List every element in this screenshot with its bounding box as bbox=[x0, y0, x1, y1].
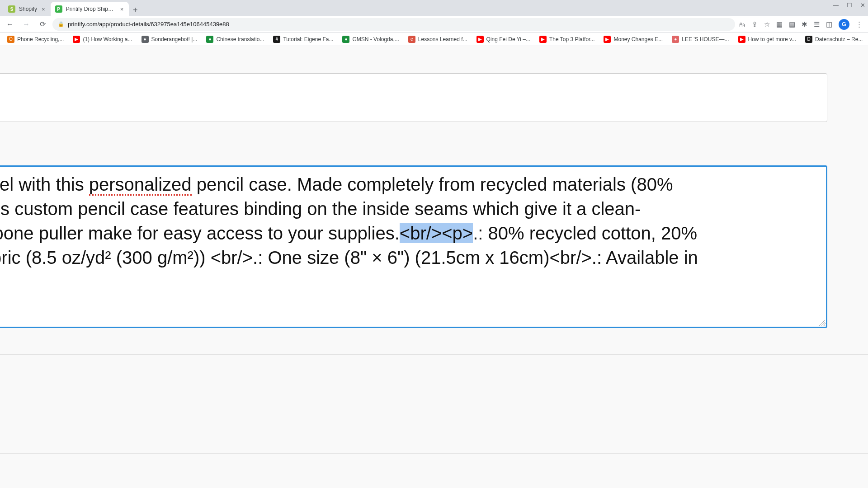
nav-back[interactable]: ← bbox=[4, 18, 16, 31]
section-divider bbox=[0, 453, 868, 454]
bookmark-label: Money Changes E... bbox=[613, 36, 663, 42]
bookmark-item[interactable]: DDatenschutz – Re... bbox=[802, 34, 866, 45]
description-text: um-heavy fabric (8.5 oz/yd² (300 g/m²)) … bbox=[0, 248, 698, 267]
share-icon[interactable]: ⇪ bbox=[752, 20, 758, 28]
bookmark-favicon: # bbox=[273, 36, 280, 43]
tab-close[interactable]: × bbox=[41, 6, 46, 13]
bookmark-label: (1) How Working a... bbox=[83, 36, 132, 42]
extensions-icon[interactable]: ✱ bbox=[802, 20, 807, 28]
bookmark-label: Qing Fei De Yi –... bbox=[486, 36, 530, 42]
bookmark-label: Tutorial: Eigene Fa... bbox=[283, 36, 333, 42]
product-title-input[interactable] bbox=[0, 73, 827, 122]
browser-chrome: — ☐ ✕ S Shopify × P Printify Drop Shippi… bbox=[0, 0, 868, 46]
tab-printify[interactable]: P Printify Drop Shipping Print o × bbox=[51, 2, 129, 16]
bookmark-item[interactable]: ●Chinese translatio... bbox=[203, 34, 268, 45]
side-panel-icon[interactable]: ◫ bbox=[826, 20, 832, 28]
bookmark-favicon: O bbox=[7, 36, 14, 43]
window-maximize[interactable]: ☐ bbox=[847, 2, 852, 9]
favicon-printify: P bbox=[55, 5, 62, 13]
bookmark-item[interactable]: OPhone Recycling,... bbox=[4, 34, 67, 45]
omnibox[interactable]: 🔒 printify.com/app/product-details/63297… bbox=[52, 18, 735, 31]
description-text: o the next level with this bbox=[0, 174, 89, 194]
bookmark-label: LEE 'S HOUSE—... bbox=[682, 36, 729, 42]
toolbar: ← → ⟳ 🔒 printify.com/app/product-details… bbox=[0, 16, 868, 33]
bookmark-star-icon[interactable]: ☆ bbox=[764, 20, 770, 28]
bookmark-item[interactable]: ▶(1) How Working a... bbox=[69, 34, 136, 45]
bookmark-favicon: ▶ bbox=[539, 36, 547, 43]
bookmark-label: Lessons Learned f... bbox=[418, 36, 467, 42]
bookmark-favicon: ▶ bbox=[476, 36, 484, 43]
description-text: polyester), this custom pencil case feat… bbox=[0, 199, 641, 219]
window-close[interactable]: ✕ bbox=[860, 2, 865, 9]
lock-icon: 🔒 bbox=[58, 21, 64, 27]
bookmark-item[interactable]: ▶The Top 3 Platfor... bbox=[536, 34, 599, 45]
description-text: pencil case. Made completely from recycl… bbox=[192, 174, 673, 194]
tab-shopify[interactable]: S Shopify × bbox=[4, 2, 51, 16]
bookmark-label: The Top 3 Platfor... bbox=[549, 36, 595, 42]
bookmark-item[interactable]: #Tutorial: Eigene Fa... bbox=[269, 34, 337, 45]
new-tab-button[interactable]: + bbox=[129, 4, 142, 16]
bookmark-item[interactable]: ●GMSN - Vologda,... bbox=[339, 34, 402, 45]
bookmark-item[interactable]: eLessons Learned f... bbox=[405, 34, 471, 45]
window-minimize[interactable]: — bbox=[833, 2, 839, 9]
bookmark-label: GMSN - Vologda,... bbox=[352, 36, 399, 42]
bookmarks-bar: OPhone Recycling,...▶(1) How Working a..… bbox=[0, 33, 868, 46]
url-text: printify.com/app/product-details/632975e… bbox=[68, 21, 229, 28]
nav-reload[interactable]: ⟳ bbox=[36, 18, 49, 31]
bookmark-label: Datenschutz – Re... bbox=[815, 36, 863, 42]
apps-icon[interactable]: ▦ bbox=[776, 20, 783, 28]
text-selection: <br/><p> bbox=[400, 223, 473, 243]
panel-icon[interactable]: ▤ bbox=[789, 20, 795, 28]
bookmark-label: How to get more v... bbox=[748, 36, 796, 42]
bookmark-favicon: ● bbox=[206, 36, 213, 43]
bookmark-item[interactable]: ▶Money Changes E... bbox=[600, 34, 666, 45]
page-content: o the next level with this personalized … bbox=[0, 46, 868, 488]
favicon-shopify: S bbox=[8, 5, 15, 13]
bookmark-label: Chinese translatio... bbox=[216, 36, 264, 42]
description-text: h the herringbone puller make for easy a… bbox=[0, 223, 400, 243]
tab-label: Printify Drop Shipping Print o bbox=[66, 6, 116, 12]
reading-list-icon[interactable]: ☰ bbox=[814, 20, 820, 28]
bookmark-favicon: ● bbox=[672, 36, 679, 43]
tab-strip: S Shopify × P Printify Drop Shipping Pri… bbox=[0, 0, 868, 16]
bookmark-favicon: ● bbox=[142, 36, 149, 43]
bookmark-item[interactable]: ●LEE 'S HOUSE—... bbox=[668, 34, 732, 45]
bookmark-favicon: D bbox=[805, 36, 812, 43]
bookmark-favicon: ▶ bbox=[604, 36, 611, 43]
bookmark-favicon: ▶ bbox=[738, 36, 745, 43]
bookmark-item[interactable]: ▶Qing Fei De Yi –... bbox=[473, 34, 534, 45]
tab-label: Shopify bbox=[19, 6, 37, 12]
profile-avatar[interactable]: G bbox=[839, 19, 849, 30]
tab-close[interactable]: × bbox=[119, 6, 125, 13]
chrome-menu-icon[interactable]: ⋮ bbox=[856, 20, 863, 28]
nav-forward[interactable]: → bbox=[20, 18, 33, 31]
spellcheck-underline: personalized bbox=[89, 174, 192, 196]
toolbar-right: 🗛 ⇪ ☆ ▦ ▤ ✱ ☰ ◫ G ⋮ bbox=[739, 19, 864, 30]
window-controls: — ☐ ✕ bbox=[833, 2, 865, 9]
translate-icon[interactable]: 🗛 bbox=[739, 20, 745, 28]
product-description-textarea[interactable]: o the next level with this personalized … bbox=[0, 165, 827, 328]
description-text: .: 80% recycled cotton, 20% bbox=[473, 223, 697, 243]
bookmark-favicon: ● bbox=[342, 36, 349, 43]
bookmark-label: Sonderangebot! |... bbox=[151, 36, 198, 42]
bookmark-item[interactable]: ●Sonderangebot! |... bbox=[138, 34, 201, 45]
bookmark-item[interactable]: ▶How to get more v... bbox=[735, 34, 800, 45]
bookmark-favicon: ▶ bbox=[73, 36, 80, 43]
bookmark-label: Phone Recycling,... bbox=[17, 36, 64, 42]
section-divider bbox=[0, 354, 868, 355]
textarea-resize-handle[interactable] bbox=[819, 319, 825, 326]
bookmark-favicon: e bbox=[408, 36, 415, 43]
